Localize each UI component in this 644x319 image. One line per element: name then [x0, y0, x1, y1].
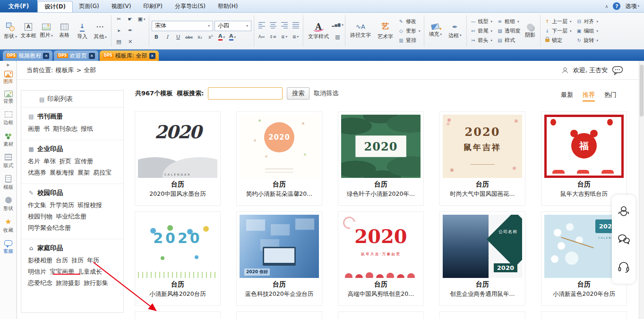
template-card-partial[interactable]: [236, 311, 322, 319]
paste-icon[interactable]: [137, 15, 146, 24]
art-text-button[interactable]: 艺术字: [375, 21, 395, 41]
catalog-item[interactable]: 年历: [87, 255, 99, 266]
template-card-partial[interactable]: [541, 311, 627, 319]
catalog-item[interactable]: 宣传册: [75, 156, 93, 167]
sidebar-item-favorites[interactable]: 收藏: [0, 218, 17, 233]
path-text-button[interactable]: 路径文字: [348, 22, 373, 40]
template-card[interactable]: 2020 台历 小清新风格2020台历: [135, 211, 221, 306]
close-tab-icon[interactable]: [89, 53, 95, 59]
line-spacing-icon[interactable]: ⇕≡: [268, 32, 278, 41]
chart-icon[interactable]: [333, 21, 343, 30]
template-card-partial[interactable]: [439, 311, 525, 319]
catalog-item[interactable]: 毕业纪念册: [56, 211, 86, 222]
template-card[interactable]: 2020 鼠年大吉·万事如意 台历 高端中国风剪纸创意20...: [338, 211, 424, 306]
textbox-tool-button[interactable]: 文本框: [20, 23, 37, 39]
template-card[interactable]: 福 台历 鼠年大吉剪纸台历: [541, 111, 627, 206]
fill-button[interactable]: 填充: [427, 23, 445, 39]
other-tool-button[interactable]: 其他: [92, 22, 109, 40]
italic-button[interactable]: I: [163, 33, 172, 42]
catalog-item[interactable]: 展板海报: [50, 167, 74, 178]
clipboard-icon[interactable]: [114, 37, 124, 46]
transform-button[interactable]: 变形: [397, 26, 421, 35]
close-tab-icon[interactable]: [149, 53, 155, 59]
menu-view[interactable]: 视图(V): [105, 0, 137, 12]
catalog-item[interactable]: 旅游摄影: [56, 277, 80, 289]
align-justify-icon[interactable]: [291, 21, 301, 30]
catalog-item[interactable]: 展架: [77, 167, 90, 178]
catalog-item[interactable]: 作文集: [28, 200, 46, 211]
template-card[interactable]: 公司名称 2020 台历 创意企业商务通用鼠年...: [439, 211, 525, 306]
catalog-item[interactable]: 期刊杂志: [53, 123, 77, 134]
delete-icon[interactable]: [125, 37, 135, 46]
line-weight-button[interactable]: 粗细: [496, 17, 521, 26]
catalog-item[interactable]: 名片: [28, 156, 40, 167]
sidebar-item-material[interactable]: 素材: [0, 132, 17, 147]
stroke-button[interactable]: 边框: [446, 22, 464, 40]
sidebar-item-template[interactable]: 模板: [0, 175, 17, 190]
catalog-item[interactable]: 校园刊物: [28, 211, 52, 222]
catalog-item[interactable]: 单张: [43, 156, 56, 167]
catalog-item[interactable]: 儿童成长: [77, 266, 102, 277]
format-painter-icon[interactable]: [125, 15, 135, 24]
line-style-button[interactable]: 样式: [496, 36, 521, 45]
doc-tab-welcome[interactable]: DPS 欢迎页: [54, 50, 98, 61]
table-tool-button[interactable]: 表格: [56, 24, 73, 39]
char-spacing-icon[interactable]: A↔: [257, 32, 266, 41]
breadcrumb-parent[interactable]: 模板库: [55, 66, 74, 75]
catalog-item[interactable]: 台历: [56, 255, 68, 266]
catalog-item[interactable]: 明信片: [28, 266, 46, 277]
sidebar-item-service[interactable]: 客服: [0, 239, 17, 254]
highlight-color-button[interactable]: A: [228, 33, 237, 42]
underline-button[interactable]: U: [173, 33, 183, 42]
arrow-head-button[interactable]: 箭头: [469, 36, 494, 45]
cut-icon[interactable]: [114, 15, 124, 24]
sidebar-item-background[interactable]: 背景: [0, 91, 17, 104]
close-tab-icon[interactable]: [43, 53, 49, 59]
font-family-select[interactable]: 宋体: [152, 21, 213, 31]
bold-button[interactable]: B: [152, 33, 161, 42]
catalog-item[interactable]: 同学聚会纪念册: [28, 222, 71, 234]
catalog-item[interactable]: 恋爱纪念: [28, 277, 52, 289]
template-card[interactable]: 2020 你好 台历 蓝色科技2020年企业台历: [236, 211, 322, 306]
breadcrumb-current[interactable]: 全部: [84, 66, 96, 75]
catalog-item[interactable]: 宝宝画册: [50, 266, 74, 277]
options-button[interactable]: 选项: [625, 2, 639, 10]
catalog-item[interactable]: 书: [43, 123, 50, 134]
search-button[interactable]: 搜索: [287, 87, 309, 100]
template-card-partial[interactable]: [135, 311, 221, 319]
draw-pen-icon[interactable]: [125, 26, 135, 35]
menu-tab-design[interactable]: 设计(D): [37, 1, 73, 12]
sort-hot[interactable]: 热门: [604, 91, 617, 101]
menu-share-export[interactable]: 分享导出(S): [169, 0, 212, 12]
image-tool-button[interactable]: 图片: [38, 24, 55, 39]
rotate-button[interactable]: 旋转: [575, 36, 600, 45]
send-backward-button[interactable]: 下一层: [543, 26, 573, 35]
catalog-item[interactable]: 折页: [59, 156, 71, 167]
catalog-item[interactable]: 班报校报: [77, 200, 102, 211]
align-right-icon[interactable]: [279, 21, 289, 30]
sidebar-expand-icon[interactable]: [7, 63, 9, 67]
catalog-item[interactable]: 画册: [28, 123, 40, 134]
vertical-scrollbar[interactable]: [639, 61, 644, 319]
font-color-button[interactable]: A: [217, 33, 226, 42]
catalog-item[interactable]: 旅行影集: [84, 277, 108, 289]
collapse-ribbon-icon[interactable]: ∧: [605, 4, 608, 9]
sidebar-item-shape[interactable]: 形状: [0, 196, 17, 211]
font-size-select[interactable]: 小四: [215, 21, 251, 31]
catalog-item[interactable]: 报纸: [81, 123, 93, 134]
lock-button[interactable]: 锁定: [543, 36, 573, 45]
scrollbar-thumb[interactable]: [640, 65, 644, 117]
doc-tab-video-tutorial[interactable]: DPS 视频教程: [3, 50, 52, 61]
menu-page[interactable]: 页面(G): [73, 0, 105, 12]
strikethrough-button[interactable]: abc: [184, 33, 194, 42]
catalog-item[interactable]: 挂历: [71, 255, 84, 266]
template-card[interactable]: 2020 鼠年吉祥 台历 时尚大气中国风国画花...: [439, 111, 525, 206]
catalog-item[interactable]: 优惠券: [28, 167, 46, 178]
template-search-input[interactable]: [208, 87, 283, 100]
menu-print[interactable]: 印刷(P): [137, 0, 169, 12]
layout-columns-icon[interactable]: [333, 33, 343, 42]
select-cursor-icon[interactable]: [114, 26, 124, 35]
template-card[interactable]: 2020 台历 绿色叶子小清新2020年...: [338, 111, 424, 206]
template-card-partial[interactable]: [338, 311, 424, 319]
menu-help[interactable]: 帮助(H): [212, 0, 244, 12]
